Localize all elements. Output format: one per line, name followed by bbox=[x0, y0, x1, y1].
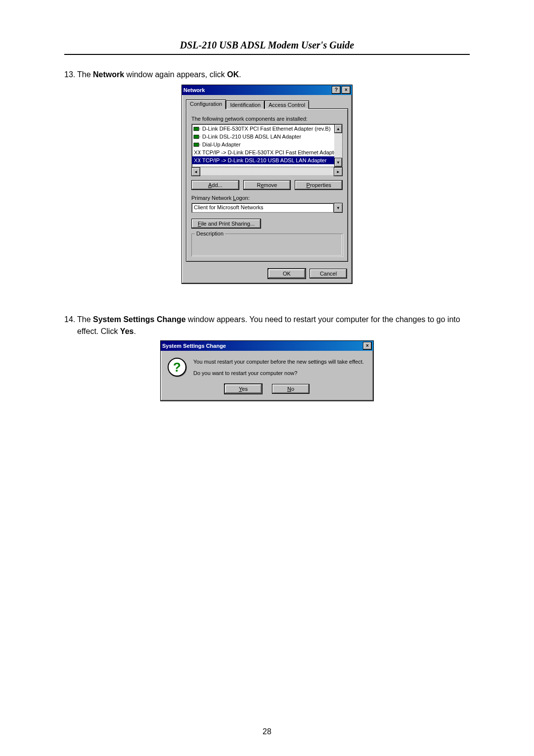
yes-button[interactable]: Yes bbox=[224, 384, 262, 394]
syschange-title: System Settings Change bbox=[162, 341, 226, 351]
step-number: 13. bbox=[64, 69, 77, 81]
scroll-up-button[interactable]: ▲ bbox=[334, 124, 342, 133]
list-item-label: TCP/IP -> D-Link DFE-530TX PCI Fast Ethe… bbox=[202, 149, 334, 155]
syschange-message: You must restart your computer before th… bbox=[193, 358, 364, 377]
vertical-scrollbar[interactable]: ▲ ▼ bbox=[334, 124, 342, 167]
scrollbar-track[interactable] bbox=[200, 167, 334, 175]
list-item[interactable]: D-Link DFE-530TX PCI Fast Ethernet Adapt… bbox=[192, 125, 334, 133]
svg-rect-4 bbox=[194, 143, 199, 146]
close-button[interactable]: × bbox=[342, 86, 351, 94]
list-item[interactable]: Dial-Up Adapter bbox=[192, 141, 334, 148]
horizontal-scrollbar[interactable]: ◄ ► bbox=[191, 167, 343, 175]
close-button[interactable]: × bbox=[363, 342, 372, 350]
primary-logon-value: Client for Microsoft Networks bbox=[191, 203, 334, 213]
page-number: 28 bbox=[0, 727, 534, 736]
network-dialog-title: Network bbox=[183, 85, 205, 95]
scroll-left-button[interactable]: ◄ bbox=[191, 167, 200, 176]
components-label: The following network components are ins… bbox=[191, 116, 343, 122]
chevron-down-icon[interactable]: ▼ bbox=[334, 203, 343, 213]
document-header-title: DSL-210 USB ADSL Modem User's Guide bbox=[64, 40, 470, 51]
primary-logon-combobox[interactable]: Client for Microsoft Networks ▼ bbox=[191, 203, 343, 213]
step-13-text: 13.The Network window again appears, cli… bbox=[77, 69, 470, 81]
list-item-label: D-Link DFE-530TX PCI Fast Ethernet Adapt… bbox=[202, 126, 331, 132]
ok-button[interactable]: OK bbox=[268, 269, 306, 279]
question-icon: ? bbox=[168, 358, 186, 377]
protocol-icon bbox=[193, 149, 201, 156]
svg-rect-0 bbox=[194, 127, 199, 131]
scroll-right-button[interactable]: ► bbox=[334, 167, 343, 176]
description-groupbox: Description bbox=[191, 234, 343, 256]
list-item-label: Dial-Up Adapter bbox=[202, 142, 241, 147]
system-settings-change-dialog: System Settings Change × ? You must rest… bbox=[160, 340, 374, 401]
properties-button[interactable]: Properties bbox=[295, 180, 343, 190]
svg-rect-1 bbox=[199, 128, 200, 130]
svg-rect-5 bbox=[199, 144, 200, 145]
scroll-down-button[interactable]: ▼ bbox=[334, 158, 342, 167]
components-listbox[interactable]: D-Link DFE-530TX PCI Fast Ethernet Adapt… bbox=[191, 124, 343, 167]
network-dialog-titlebar[interactable]: Network ? × bbox=[182, 85, 352, 95]
adapter-icon bbox=[193, 133, 201, 140]
primary-logon-label: Primary Network Logon: bbox=[191, 195, 343, 201]
help-button[interactable]: ? bbox=[332, 86, 341, 94]
scrollbar-track[interactable] bbox=[334, 133, 342, 158]
step-14-text: 14.The System Settings Change window app… bbox=[77, 314, 470, 337]
add-button[interactable]: Add... bbox=[191, 180, 239, 190]
list-item[interactable]: TCP/IP -> D-Link DSL-210 USB ADSL LAN Ad… bbox=[192, 156, 334, 164]
tab-access-control[interactable]: Access Control bbox=[265, 100, 309, 109]
header-rule bbox=[64, 54, 470, 55]
network-dialog: Network ? × Configuration Identification… bbox=[181, 85, 353, 284]
step-number: 14. bbox=[64, 314, 77, 326]
tab-row: Configuration Identification Access Cont… bbox=[186, 99, 348, 109]
adapter-icon bbox=[193, 141, 201, 148]
list-item[interactable]: D-Link DSL-210 USB ADSL LAN Adapter bbox=[192, 133, 334, 141]
configuration-panel: The following network components are ins… bbox=[186, 108, 348, 262]
tab-configuration[interactable]: Configuration bbox=[186, 99, 226, 109]
description-legend: Description bbox=[195, 231, 225, 236]
list-item-label: D-Link DSL-210 USB ADSL LAN Adapter bbox=[202, 134, 301, 140]
file-print-sharing-button[interactable]: File and Print Sharing... bbox=[191, 219, 261, 229]
list-item[interactable]: TCP/IP -> D-Link DFE-530TX PCI Fast Ethe… bbox=[192, 148, 334, 156]
svg-rect-2 bbox=[194, 135, 199, 139]
syschange-titlebar[interactable]: System Settings Change × bbox=[161, 341, 373, 351]
cancel-button[interactable]: Cancel bbox=[310, 269, 347, 279]
no-button[interactable]: No bbox=[272, 384, 310, 394]
remove-button[interactable]: Remove bbox=[243, 180, 291, 190]
adapter-icon bbox=[193, 125, 201, 132]
svg-rect-3 bbox=[199, 136, 200, 138]
protocol-icon bbox=[193, 157, 201, 164]
list-item-label: TCP/IP -> D-Link DSL-210 USB ADSL LAN Ad… bbox=[202, 157, 327, 163]
tab-identification[interactable]: Identification bbox=[226, 100, 265, 109]
